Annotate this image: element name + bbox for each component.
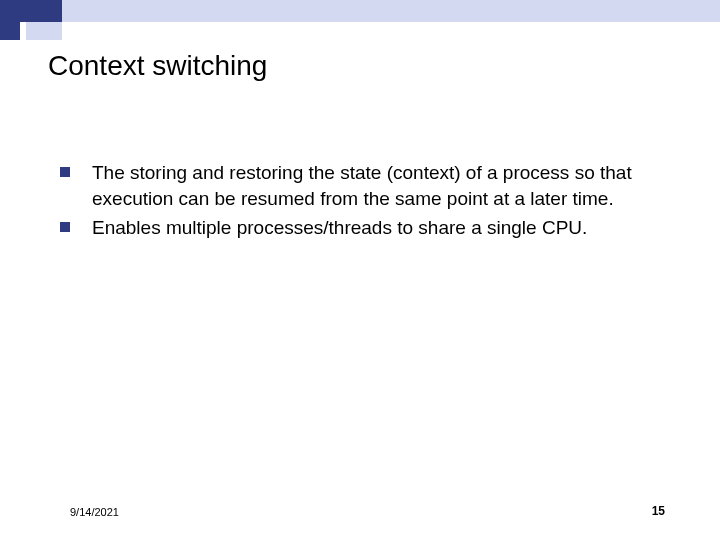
- slide-title: Context switching: [48, 50, 267, 82]
- square-bullet-icon: [60, 167, 70, 177]
- accent-dark-block: [0, 0, 62, 22]
- bullet-item: The storing and restoring the state (con…: [60, 160, 660, 211]
- slide-body: The storing and restoring the state (con…: [60, 160, 660, 245]
- accent-light-block: [62, 0, 720, 22]
- notch-light: [26, 22, 62, 40]
- square-bullet-icon: [60, 222, 70, 232]
- footer-date: 9/14/2021: [70, 506, 119, 518]
- notch-dark: [0, 22, 20, 40]
- bullet-text: The storing and restoring the state (con…: [92, 160, 660, 211]
- footer-page-number: 15: [652, 504, 665, 518]
- slide: Context switching The storing and restor…: [0, 0, 720, 540]
- top-accent-bar: [0, 0, 720, 22]
- accent-notch: [0, 22, 62, 40]
- bullet-item: Enables multiple processes/threads to sh…: [60, 215, 660, 241]
- bullet-text: Enables multiple processes/threads to sh…: [92, 215, 587, 241]
